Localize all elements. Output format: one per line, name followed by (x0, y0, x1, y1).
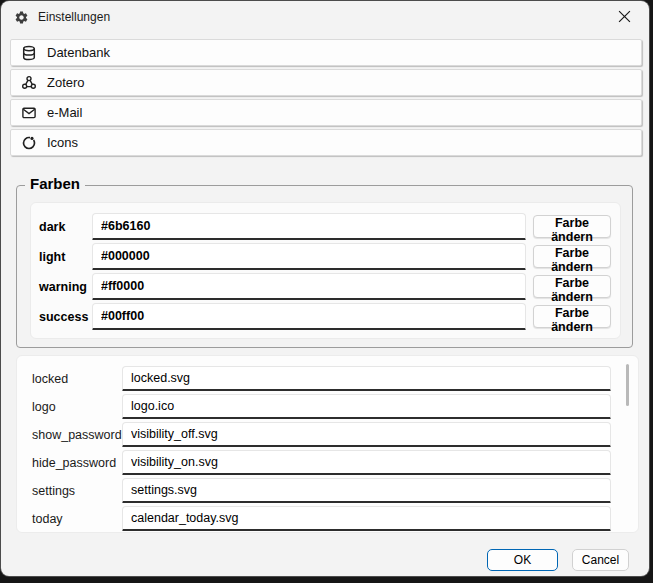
section-header-label: Zotero (47, 75, 85, 90)
cancel-button[interactable]: Cancel (572, 549, 629, 571)
icon-file-label: today (32, 512, 63, 526)
change-color-button[interactable]: Farbe ändern (533, 245, 611, 268)
icon-file-input[interactable] (122, 506, 611, 531)
color-row-light: light Farbe ändern (31, 242, 620, 272)
farben-group-title: Farben (25, 175, 85, 192)
icon-file-row-logo: logo (17, 393, 638, 421)
color-row-warning: warning Farbe ändern (31, 272, 620, 302)
settings-dialog: Einstellungen Datenbank (1, 1, 649, 576)
change-color-button[interactable]: Farbe ändern (533, 215, 611, 238)
gear-icon (14, 10, 29, 25)
icon-file-row-today: today (17, 505, 638, 533)
color-label: warning (39, 280, 87, 294)
color-row-dark: dark Farbe ändern (31, 212, 620, 242)
section-header-email[interactable]: e-Mail (10, 99, 642, 126)
section-header-datenbank[interactable]: Datenbank (10, 39, 642, 66)
zotero-icon (21, 75, 37, 91)
icon-file-label: locked (32, 372, 68, 386)
icon-file-input[interactable] (122, 366, 611, 391)
icon-file-label: show_password (32, 428, 122, 442)
color-value-input[interactable] (92, 213, 526, 240)
icon-file-row-show-password: show_password (17, 421, 638, 449)
close-button[interactable] (602, 2, 646, 31)
icon-file-row-hide-password: hide_password (17, 449, 638, 477)
color-label: success (39, 310, 88, 324)
sync-icon (21, 135, 37, 151)
change-color-button[interactable]: Farbe ändern (533, 305, 611, 328)
icon-file-input[interactable] (122, 422, 611, 447)
icon-file-row-settings: settings (17, 477, 638, 505)
color-value-input[interactable] (92, 303, 526, 330)
farben-groupbox: Farben dark Farbe ändern light Farbe änd… (16, 185, 633, 348)
section-header-icons[interactable]: Icons (10, 129, 642, 156)
change-color-button[interactable]: Farbe ändern (533, 275, 611, 298)
section-header-label: Icons (47, 135, 78, 150)
titlebar: Einstellungen (1, 1, 649, 33)
close-icon (618, 10, 631, 23)
icon-file-row-locked: locked (17, 365, 638, 393)
icon-file-label: hide_password (32, 456, 116, 470)
section-header-label: e-Mail (47, 105, 82, 120)
color-value-input[interactable] (92, 243, 526, 270)
icon-file-label: settings (32, 484, 75, 498)
scrollbar-thumb[interactable] (626, 364, 629, 406)
color-label: light (39, 250, 65, 264)
section-header-zotero[interactable]: Zotero (10, 69, 642, 96)
ok-button[interactable]: OK (487, 549, 558, 571)
icon-file-input[interactable] (122, 394, 611, 419)
color-row-success: success Farbe ändern (31, 302, 620, 332)
color-label: dark (39, 220, 65, 234)
farben-panel: dark Farbe ändern light Farbe ändern war… (30, 202, 621, 339)
database-icon (21, 45, 37, 61)
icon-file-input[interactable] (122, 478, 611, 503)
mail-icon (21, 105, 37, 121)
icon-file-input[interactable] (122, 450, 611, 475)
window-title: Einstellungen (38, 10, 110, 24)
icon-file-label: logo (32, 400, 56, 414)
icon-files-panel: locked logo show_password hide_password … (16, 355, 639, 533)
section-header-label: Datenbank (47, 45, 110, 60)
color-value-input[interactable] (92, 273, 526, 300)
